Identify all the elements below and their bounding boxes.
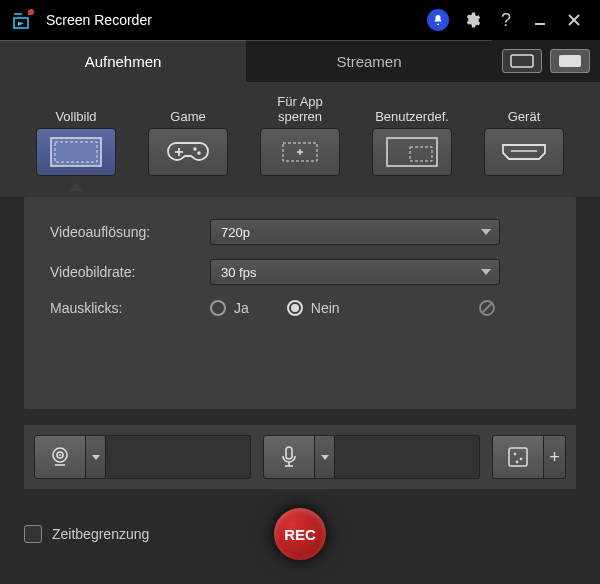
svg-rect-8 bbox=[559, 55, 581, 67]
microphone-dropdown[interactable] bbox=[315, 435, 335, 479]
mode-custom[interactable]: Benutzerdef. bbox=[367, 92, 457, 191]
radio-icon bbox=[210, 300, 226, 316]
framerate-label: Videobildrate: bbox=[50, 264, 210, 280]
preview-toggle-1[interactable] bbox=[502, 49, 542, 73]
timelimit-checkbox[interactable] bbox=[24, 525, 42, 543]
mouseclicks-no[interactable]: Nein bbox=[287, 300, 340, 316]
minimize-icon bbox=[533, 13, 547, 27]
svg-rect-7 bbox=[511, 55, 533, 67]
resolution-value: 720p bbox=[221, 225, 250, 240]
sources-bar: + bbox=[24, 425, 576, 489]
app-logo bbox=[12, 8, 36, 32]
mode-device-label: Gerät bbox=[508, 92, 541, 124]
fullscreen-icon bbox=[48, 135, 104, 169]
tabs-right bbox=[492, 40, 600, 82]
app-title: Screen Recorder bbox=[46, 12, 418, 28]
preview-toggle-2[interactable] bbox=[550, 49, 590, 73]
timelimit-label: Zeitbegrenzung bbox=[52, 526, 149, 542]
overlay-add-button[interactable]: + bbox=[544, 435, 566, 479]
framerate-select[interactable]: 30 fps bbox=[210, 259, 500, 285]
bottom-bar: Zeitbegrenzung REC bbox=[0, 489, 600, 579]
hdmi-icon bbox=[499, 141, 549, 163]
mode-fullscreen[interactable]: Vollbild bbox=[31, 92, 121, 191]
titlebar: Screen Recorder ? bbox=[0, 0, 600, 40]
svg-rect-26 bbox=[286, 447, 292, 459]
record-button[interactable]: REC bbox=[271, 505, 329, 563]
mode-game-label: Game bbox=[170, 92, 205, 124]
mode-lock-app-label: Für App sperren bbox=[255, 92, 345, 124]
mode-game[interactable]: Game bbox=[143, 92, 233, 191]
svg-rect-29 bbox=[509, 448, 527, 466]
settings-button[interactable] bbox=[458, 6, 486, 34]
svg-point-14 bbox=[197, 151, 201, 155]
mouseclicks-no-label: Nein bbox=[311, 300, 340, 316]
svg-point-13 bbox=[193, 147, 197, 151]
microphone-spacer bbox=[335, 435, 480, 479]
lock-app-icon bbox=[275, 137, 325, 167]
svg-rect-18 bbox=[387, 138, 437, 166]
monitor-outline-icon bbox=[510, 54, 534, 68]
gamepad-icon bbox=[167, 139, 209, 165]
main-tabs: Aufnehmen Streamen bbox=[0, 40, 600, 82]
capture-modes: Vollbild Game Für App sperren bbox=[0, 82, 600, 197]
svg-point-25 bbox=[59, 454, 61, 456]
webcam-spacer bbox=[106, 435, 251, 479]
svg-rect-19 bbox=[410, 147, 432, 161]
tab-stream[interactable]: Streamen bbox=[246, 40, 492, 82]
svg-line-22 bbox=[482, 303, 492, 313]
framerate-value: 30 fps bbox=[221, 265, 256, 280]
close-icon bbox=[567, 13, 581, 27]
chevron-down-icon bbox=[481, 229, 491, 235]
mouseclicks-yes[interactable]: Ja bbox=[210, 300, 249, 316]
bell-icon bbox=[427, 9, 449, 31]
microphone-button[interactable] bbox=[263, 435, 315, 479]
svg-point-3 bbox=[28, 9, 34, 15]
overlay-icon bbox=[507, 446, 529, 468]
record-button-label: REC bbox=[284, 526, 316, 543]
custom-region-icon bbox=[384, 135, 440, 169]
minimize-button[interactable] bbox=[526, 6, 554, 34]
monitor-filled-icon bbox=[558, 54, 582, 68]
tab-record[interactable]: Aufnehmen bbox=[0, 40, 246, 82]
mouseclicks-yes-label: Ja bbox=[234, 300, 249, 316]
resolution-select[interactable]: 720p bbox=[210, 219, 500, 245]
radio-icon bbox=[287, 300, 303, 316]
webcam-button[interactable] bbox=[34, 435, 86, 479]
help-button[interactable]: ? bbox=[492, 6, 520, 34]
close-button[interactable] bbox=[560, 6, 588, 34]
notifications-button[interactable] bbox=[424, 6, 452, 34]
mouseclicks-label: Mausklicks: bbox=[50, 300, 210, 316]
gear-icon bbox=[463, 11, 481, 29]
chevron-down-icon bbox=[481, 269, 491, 275]
webcam-dropdown[interactable] bbox=[86, 435, 106, 479]
mode-lock-app[interactable]: Für App sperren bbox=[255, 92, 345, 191]
mode-custom-label: Benutzerdef. bbox=[375, 92, 449, 124]
microphone-icon bbox=[279, 445, 299, 469]
webcam-icon bbox=[48, 445, 72, 469]
mode-fullscreen-label: Vollbild bbox=[55, 92, 96, 124]
disabled-icon bbox=[478, 299, 496, 317]
resolution-label: Videoauflösung: bbox=[50, 224, 210, 240]
mode-device[interactable]: Gerät bbox=[479, 92, 569, 191]
overlay-button[interactable] bbox=[492, 435, 544, 479]
settings-panel: Videoauflösung: 720p Videobildrate: 30 f… bbox=[24, 197, 576, 409]
